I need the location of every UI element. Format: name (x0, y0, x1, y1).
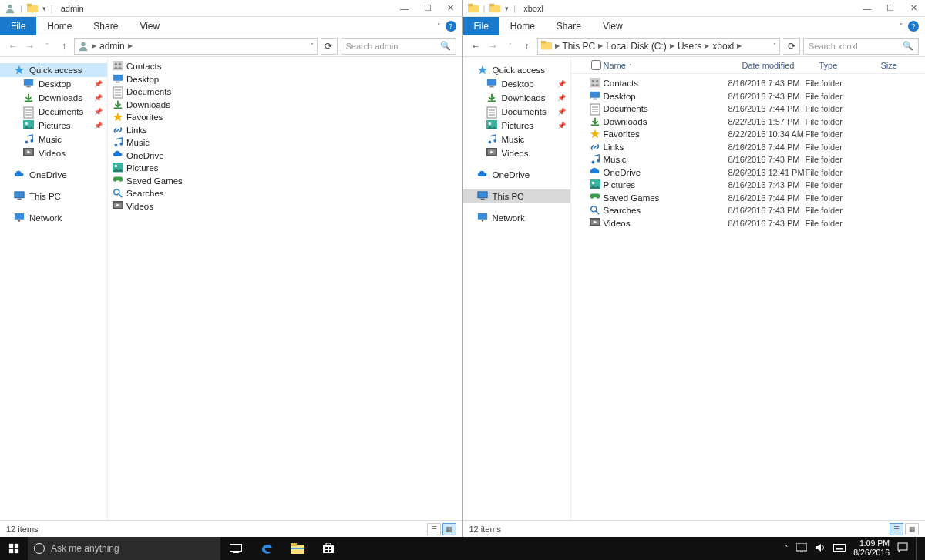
navpane-network[interactable]: Network (0, 211, 107, 225)
refresh-button[interactable]: ⟳ (783, 38, 800, 55)
navpane-item-downloads[interactable]: Downloads📌 (463, 91, 570, 105)
navpane-item-desktop[interactable]: Desktop📌 (0, 77, 107, 91)
nav-back-button[interactable]: ← (6, 39, 20, 53)
file-row[interactable]: Downloads 8/22/2016 1:57 PM File folder (571, 116, 926, 129)
view-details-button[interactable]: ☰ (890, 523, 903, 535)
address-bar[interactable]: ▶This PC▶Local Disk (C:)▶Users▶xboxl▶ ˅ (537, 38, 781, 55)
search-box[interactable]: 🔍 (803, 38, 919, 55)
show-desktop-button[interactable] (916, 537, 920, 560)
navpane-item-pictures[interactable]: Pictures📌 (0, 119, 107, 132)
tray-keyboard-icon[interactable] (833, 544, 846, 553)
nav-history-dropdown[interactable]: ˅ (503, 39, 517, 53)
breadcrumb-segment[interactable]: Users (678, 41, 701, 52)
breadcrumb-segment[interactable]: Local Disk (C:) (606, 41, 667, 52)
navpane-item-videos[interactable]: Videos (0, 146, 107, 160)
chevron-right-icon[interactable]: ▶ (128, 42, 133, 49)
file-row[interactable]: Music (108, 136, 462, 149)
maximize-button[interactable]: ☐ (879, 0, 902, 17)
tray-chevron-icon[interactable]: ˄ (784, 544, 789, 553)
file-row[interactable]: Saved Games 8/16/2016 7:44 PM File folde… (571, 192, 926, 205)
close-button[interactable]: ✕ (439, 0, 462, 17)
file-row[interactable]: Favorites 8/22/2016 10:34 AM File folder (571, 128, 926, 141)
cortana-search[interactable]: Ask me anything (28, 537, 220, 560)
tray-network-icon[interactable] (796, 543, 807, 554)
ribbon-tab-share[interactable]: Share (82, 18, 129, 35)
action-center-icon[interactable] (897, 542, 908, 555)
navpane-item-music[interactable]: Music (0, 132, 107, 146)
file-row[interactable]: Pictures 8/16/2016 7:43 PM File folder (571, 179, 926, 192)
navpane-onedrive[interactable]: OneDrive (0, 168, 107, 182)
navpane-quickaccess[interactable]: Quick access (0, 63, 107, 77)
titlebar[interactable]: | ▾ | admin — ☐ ✕ (0, 0, 462, 17)
address-bar[interactable]: ▶admin▶ ˅ (74, 38, 318, 55)
navpane-item-documents[interactable]: Documents📌 (463, 105, 570, 119)
address-dropdown-icon[interactable]: ˅ (773, 42, 776, 49)
search-input[interactable] (809, 42, 900, 51)
ribbon-tab-view[interactable]: View (129, 18, 170, 35)
nav-up-button[interactable]: ↑ (57, 39, 71, 53)
navpane-item-desktop[interactable]: Desktop📌 (463, 77, 570, 91)
file-row[interactable]: Videos 8/16/2016 7:43 PM File folder (571, 217, 926, 230)
chevron-right-icon[interactable]: ▶ (598, 42, 603, 49)
file-row[interactable]: Desktop (108, 73, 462, 86)
navpane-item-music[interactable]: Music (463, 132, 570, 146)
ribbon-tab-share[interactable]: Share (546, 18, 592, 35)
ribbon-file-tab[interactable]: File (463, 17, 500, 35)
task-view-button[interactable] (220, 537, 251, 560)
column-date[interactable]: Date modified (742, 61, 819, 70)
file-row[interactable]: Saved Games (108, 175, 462, 188)
tray-clock[interactable]: 1:09 PM 8/26/2016 (853, 539, 890, 557)
address-dropdown-icon[interactable]: ˅ (311, 42, 314, 49)
view-large-button[interactable]: ▦ (442, 523, 456, 535)
ribbon-tab-view[interactable]: View (592, 18, 634, 35)
view-details-button[interactable]: ☰ (427, 523, 441, 535)
file-list[interactable]: Contacts 8/16/2016 7:43 PM File folder D… (571, 74, 926, 520)
column-size[interactable]: Size (881, 61, 920, 70)
chevron-right-icon[interactable]: ▶ (705, 42, 709, 49)
file-row[interactable]: Downloads (108, 99, 462, 112)
chevron-right-icon[interactable]: ▶ (737, 42, 742, 49)
navpane-thispc[interactable]: This PC (0, 189, 107, 203)
store-button[interactable] (313, 537, 344, 560)
nav-forward-button[interactable]: → (23, 39, 37, 53)
help-icon[interactable]: ? (908, 21, 919, 32)
minimize-button[interactable]: — (393, 0, 416, 17)
ribbon-expand-icon[interactable]: ˅ (900, 22, 903, 30)
ribbon-file-tab[interactable]: File (0, 17, 36, 35)
file-row[interactable]: Contacts (108, 60, 462, 73)
file-row[interactable]: Searches (108, 187, 462, 200)
nav-history-dropdown[interactable]: ˅ (40, 39, 54, 53)
qat-dropdown-icon[interactable]: ▾ (505, 5, 509, 12)
chevron-right-icon[interactable]: ▶ (670, 42, 674, 49)
search-box[interactable]: 🔍 (341, 38, 456, 55)
navpane-item-pictures[interactable]: Pictures📌 (463, 119, 570, 132)
navpane-quickaccess[interactable]: Quick access (463, 63, 570, 77)
navpane-item-videos[interactable]: Videos (463, 146, 570, 160)
titlebar[interactable]: | ▾ | xboxl — ☐ ✕ (463, 0, 926, 17)
maximize-button[interactable]: ☐ (416, 0, 439, 17)
file-row[interactable]: Music 8/16/2016 7:43 PM File folder (571, 153, 926, 166)
navpane-thispc[interactable]: This PC (463, 189, 570, 203)
navpane-onedrive[interactable]: OneDrive (463, 168, 570, 182)
close-button[interactable]: ✕ (902, 0, 925, 17)
file-row[interactable]: Links 8/16/2016 7:44 PM File folder (571, 141, 926, 154)
view-large-button[interactable]: ▦ (905, 523, 919, 535)
explorer-button[interactable] (282, 537, 313, 560)
column-name[interactable]: Name˄ (604, 61, 742, 70)
file-row[interactable]: Contacts 8/16/2016 7:43 PM File folder (571, 77, 926, 90)
edge-button[interactable] (251, 537, 282, 560)
breadcrumb-segment[interactable]: This PC (563, 41, 596, 52)
file-row[interactable]: Documents 8/16/2016 7:44 PM File folder (571, 102, 926, 116)
refresh-button[interactable]: ⟳ (321, 38, 338, 55)
file-row[interactable]: OneDrive 8/26/2016 12:41 PM File folder (571, 166, 926, 179)
breadcrumb-segment[interactable]: xboxl (712, 41, 734, 52)
select-all-checkbox[interactable] (591, 60, 601, 70)
search-input[interactable] (346, 42, 437, 51)
tray-volume-icon[interactable] (815, 543, 826, 554)
navpane-item-downloads[interactable]: Downloads📌 (0, 91, 107, 105)
nav-forward-button[interactable]: → (486, 39, 500, 53)
column-type[interactable]: Type (819, 61, 881, 70)
file-row[interactable]: Desktop 8/16/2016 7:43 PM File folder (571, 90, 926, 103)
file-list[interactable]: Contacts Desktop Documents Downloads Fav… (108, 57, 462, 520)
navpane-item-documents[interactable]: Documents📌 (0, 105, 107, 119)
